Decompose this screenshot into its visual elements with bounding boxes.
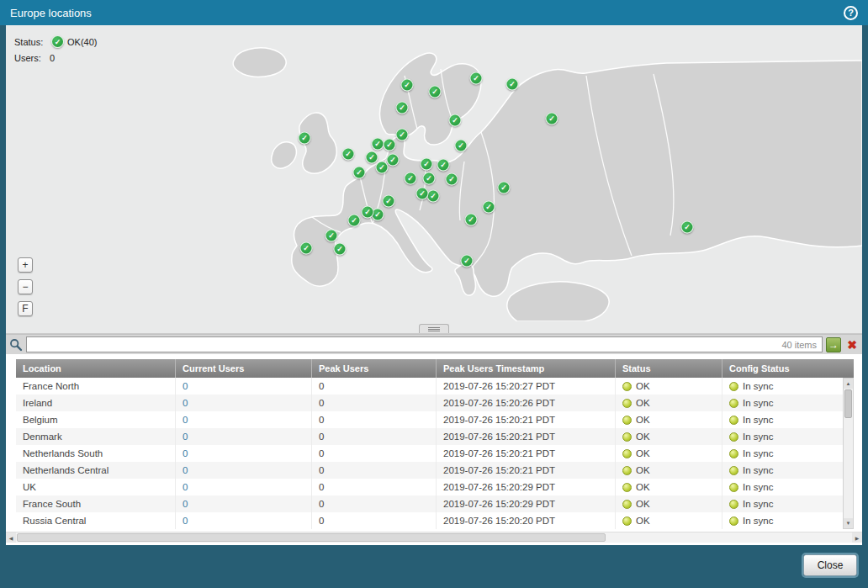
table-row[interactable]: Netherlands Central002019-07-26 15:20:21… bbox=[16, 462, 843, 479]
horizontal-scrollbar[interactable] bbox=[6, 532, 862, 543]
cell-config-status: In sync bbox=[722, 428, 843, 445]
splitter-handle-icon[interactable] bbox=[419, 324, 449, 333]
cell-peak-users: 0 bbox=[312, 428, 437, 445]
header-peak-timestamp[interactable]: Peak Users Timestamp bbox=[437, 359, 616, 378]
header-status[interactable]: Status bbox=[616, 359, 722, 378]
location-marker-icon[interactable] bbox=[326, 230, 338, 242]
vertical-scroll-thumb[interactable] bbox=[844, 389, 852, 418]
table-row[interactable]: Denmark002019-07-26 15:20:21 PDTOKIn syn… bbox=[16, 428, 843, 445]
cell-location: Belgium bbox=[16, 411, 176, 428]
close-button[interactable]: Close bbox=[803, 554, 857, 576]
cell-location: Russia Central bbox=[16, 512, 176, 529]
location-marker-icon[interactable] bbox=[405, 172, 417, 185]
header-location[interactable]: Location bbox=[16, 359, 176, 378]
location-marker-icon[interactable] bbox=[427, 190, 440, 203]
header-peak-users[interactable]: Peak Users bbox=[312, 359, 437, 378]
cell-peak-users: 0 bbox=[312, 495, 437, 512]
cell-location: Ireland bbox=[16, 395, 176, 411]
location-marker-icon[interactable] bbox=[483, 201, 495, 214]
location-marker-icon[interactable] bbox=[416, 188, 429, 200]
cell-config-status: In sync bbox=[722, 462, 843, 479]
cell-current-users[interactable]: 0 bbox=[176, 395, 312, 411]
location-marker-icon[interactable] bbox=[348, 215, 361, 227]
table-vertical-scrollbar[interactable] bbox=[843, 378, 854, 529]
cell-peak-timestamp: 2019-07-26 15:20:21 PDT bbox=[437, 445, 616, 462]
location-marker-icon[interactable] bbox=[366, 151, 378, 164]
location-marker-icon[interactable] bbox=[353, 167, 366, 179]
header-current-users[interactable]: Current Users bbox=[176, 359, 312, 378]
location-marker-icon[interactable] bbox=[446, 173, 458, 186]
cell-current-users[interactable]: 0 bbox=[176, 495, 312, 512]
table-row[interactable]: Ireland002019-07-26 15:20:26 PDTOKIn syn… bbox=[16, 395, 843, 411]
search-input[interactable] bbox=[32, 338, 781, 351]
scroll-left-icon[interactable] bbox=[6, 532, 16, 543]
search-go-button[interactable] bbox=[826, 337, 841, 352]
cell-peak-timestamp: 2019-07-26 15:20:21 PDT bbox=[437, 462, 616, 479]
cell-current-users[interactable]: 0 bbox=[176, 479, 312, 495]
location-marker-icon[interactable] bbox=[372, 138, 384, 151]
location-marker-icon[interactable] bbox=[376, 162, 389, 174]
location-marker-icon[interactable] bbox=[342, 148, 355, 161]
location-marker-icon[interactable] bbox=[498, 182, 511, 194]
table-row[interactable]: France South002019-07-26 15:20:29 PDTOKI… bbox=[16, 495, 843, 512]
location-marker-icon[interactable] bbox=[465, 214, 478, 226]
header-config-status[interactable]: Config Status bbox=[722, 359, 854, 378]
horizontal-scroll-thumb[interactable] bbox=[17, 533, 606, 542]
scroll-up-icon[interactable] bbox=[844, 379, 853, 389]
location-marker-icon[interactable] bbox=[506, 78, 519, 91]
location-marker-icon[interactable] bbox=[387, 154, 400, 167]
location-marker-icon[interactable] bbox=[681, 221, 694, 234]
cell-current-users[interactable]: 0 bbox=[176, 462, 312, 479]
status-ok-led-icon bbox=[622, 483, 632, 492]
location-marker-icon[interactable] bbox=[362, 206, 374, 219]
location-marker-icon[interactable] bbox=[437, 159, 450, 172]
legend-status-row: Status: OK(40) bbox=[14, 34, 97, 50]
cell-peak-users: 0 bbox=[312, 512, 437, 529]
cell-status: OK bbox=[616, 378, 722, 395]
location-marker-icon[interactable] bbox=[299, 132, 311, 145]
cell-current-users[interactable]: 0 bbox=[176, 428, 312, 445]
location-marker-icon[interactable] bbox=[396, 129, 409, 141]
table-row[interactable]: Netherlands South002019-07-26 15:20:21 P… bbox=[16, 445, 843, 462]
location-marker-icon[interactable] bbox=[455, 140, 468, 152]
config-sync-led-icon bbox=[729, 382, 738, 391]
location-marker-icon[interactable] bbox=[396, 102, 409, 114]
table-body-wrap: France North002019-07-26 15:20:27 PDTOKI… bbox=[16, 378, 854, 529]
cell-current-users[interactable]: 0 bbox=[176, 378, 312, 395]
location-marker-icon[interactable] bbox=[470, 72, 483, 85]
location-marker-icon[interactable] bbox=[334, 243, 347, 256]
legend-status-value: OK(40) bbox=[67, 37, 97, 47]
table-search-bar: 40 items bbox=[6, 334, 862, 354]
zoom-in-button[interactable]: + bbox=[18, 257, 33, 273]
location-marker-icon[interactable] bbox=[429, 86, 442, 98]
scroll-right-icon[interactable] bbox=[852, 532, 862, 543]
cell-current-users[interactable]: 0 bbox=[176, 445, 312, 462]
location-marker-icon[interactable] bbox=[401, 79, 414, 92]
cell-current-users[interactable]: 0 bbox=[176, 512, 312, 529]
cell-location: Netherlands South bbox=[16, 445, 176, 462]
location-marker-icon[interactable] bbox=[383, 195, 395, 208]
location-marker-icon[interactable] bbox=[384, 139, 396, 151]
table-row[interactable]: Russia Central002019-07-26 15:20:20 PDTO… bbox=[16, 512, 843, 529]
table-row[interactable]: UK002019-07-26 15:20:29 PDTOKIn sync bbox=[16, 479, 843, 495]
zoom-fit-button[interactable]: F bbox=[18, 301, 33, 316]
cell-config-status: In sync bbox=[722, 479, 843, 495]
location-marker-icon[interactable] bbox=[423, 172, 436, 185]
dialog-title: Europe locations bbox=[10, 7, 92, 19]
items-count-label: 40 items bbox=[781, 340, 817, 350]
cell-current-users[interactable]: 0 bbox=[176, 411, 312, 428]
location-marker-icon[interactable] bbox=[421, 158, 433, 171]
table-row[interactable]: France North002019-07-26 15:20:27 PDTOKI… bbox=[16, 378, 843, 395]
table-row[interactable]: Belgium002019-07-26 15:20:21 PDTOKIn syn… bbox=[16, 411, 843, 428]
search-clear-icon[interactable] bbox=[844, 337, 860, 352]
zoom-out-button[interactable]: − bbox=[18, 279, 33, 294]
location-marker-icon[interactable] bbox=[461, 255, 474, 268]
location-marker-icon[interactable] bbox=[449, 114, 462, 127]
location-marker-icon[interactable] bbox=[300, 242, 313, 255]
location-marker-icon[interactable] bbox=[546, 113, 558, 125]
help-icon[interactable]: ? bbox=[844, 6, 858, 20]
search-icon bbox=[8, 337, 23, 352]
config-sync-led-icon bbox=[729, 449, 738, 458]
scroll-down-icon[interactable] bbox=[844, 518, 853, 528]
europe-map[interactable]: Status: OK(40) Users: 0 + − F bbox=[6, 25, 862, 321]
